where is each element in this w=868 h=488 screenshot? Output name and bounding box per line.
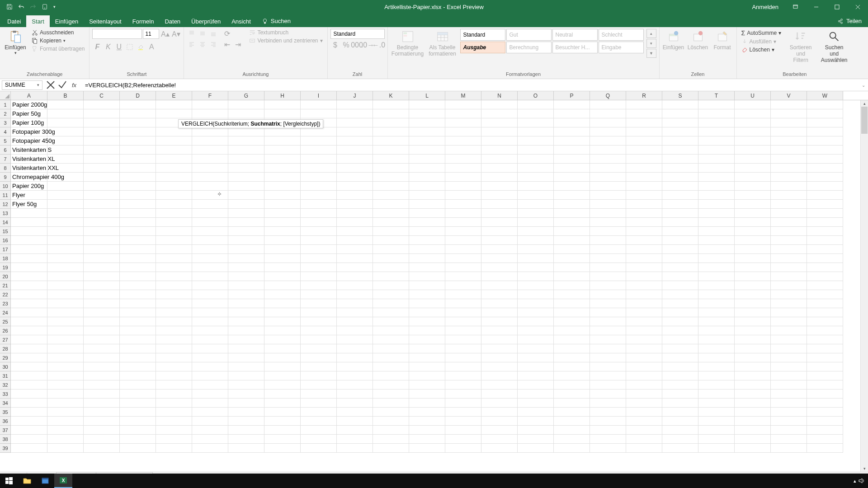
cell-S36[interactable]	[662, 417, 698, 426]
cell-E21[interactable]	[156, 281, 192, 290]
cell-P18[interactable]	[554, 254, 590, 263]
cell-I29[interactable]	[301, 353, 337, 362]
cell-U14[interactable]	[735, 218, 771, 227]
cell-A8[interactable]: Visitenkarten XXL	[11, 164, 47, 173]
cell-Q38[interactable]	[590, 435, 626, 444]
cell-K4[interactable]	[373, 127, 409, 136]
cell-P15[interactable]	[554, 227, 590, 236]
cell-U21[interactable]	[735, 281, 771, 290]
cell-H18[interactable]	[264, 254, 301, 263]
cell-T1[interactable]	[698, 100, 735, 109]
cell-W22[interactable]	[807, 290, 843, 299]
cell-A15[interactable]	[11, 227, 47, 236]
cell-G22[interactable]	[228, 290, 264, 299]
cell-H25[interactable]	[264, 317, 301, 326]
taskbar-excel[interactable]: X	[54, 474, 72, 488]
cell-H1[interactable]	[264, 100, 301, 109]
cell-T23[interactable]	[698, 299, 735, 308]
cell-V18[interactable]	[771, 254, 807, 263]
cell-L7[interactable]	[409, 155, 445, 164]
cell-V37[interactable]	[771, 426, 807, 435]
cell-N22[interactable]	[481, 290, 518, 299]
maximize-button[interactable]	[826, 0, 847, 14]
cell-A2[interactable]: Papier 50g	[11, 109, 47, 118]
cell-B1[interactable]	[47, 100, 84, 109]
style-ausgabe[interactable]: Ausgabe	[460, 42, 505, 53]
cell-E19[interactable]	[156, 263, 192, 272]
cell-L28[interactable]	[409, 344, 445, 353]
row-header-24[interactable]: 24	[0, 308, 11, 317]
cell-B25[interactable]	[47, 317, 84, 326]
row-header-21[interactable]: 21	[0, 281, 11, 290]
cell-J13[interactable]	[337, 209, 373, 218]
cell-E18[interactable]	[156, 254, 192, 263]
fx-button[interactable]: fx	[69, 80, 80, 89]
cell-D6[interactable]	[120, 145, 156, 155]
cell-M22[interactable]	[445, 290, 481, 299]
cell-J21[interactable]	[337, 281, 373, 290]
cell-A36[interactable]	[11, 417, 47, 426]
cell-T14[interactable]	[698, 218, 735, 227]
cell-E17[interactable]	[156, 245, 192, 254]
row-header-15[interactable]: 15	[0, 227, 11, 236]
format-as-table-button[interactable]: Als Tabelle formatieren	[427, 29, 458, 58]
cell-B33[interactable]	[47, 389, 84, 399]
cell-L27[interactable]	[409, 335, 445, 344]
cell-I19[interactable]	[301, 263, 337, 272]
cell-B8[interactable]	[47, 164, 84, 173]
cell-D18[interactable]	[120, 254, 156, 263]
cell-U22[interactable]	[735, 290, 771, 299]
cell-P21[interactable]	[554, 281, 590, 290]
cell-A6[interactable]: Visitenkarten S	[11, 145, 47, 155]
tell-me-search[interactable]: Suchen	[256, 15, 296, 27]
cell-R23[interactable]	[626, 299, 662, 308]
sort-filter-button[interactable]: Sortieren und Filtern	[785, 29, 816, 64]
cell-V33[interactable]	[771, 389, 807, 399]
cell-D31[interactable]	[120, 371, 156, 380]
cell-N12[interactable]	[481, 200, 518, 209]
cell-J23[interactable]	[337, 299, 373, 308]
cell-D26[interactable]	[120, 326, 156, 335]
cell-W17[interactable]	[807, 245, 843, 254]
cell-A3[interactable]: Papier 100g	[11, 118, 47, 127]
cell-M20[interactable]	[445, 272, 481, 281]
cell-J15[interactable]	[337, 227, 373, 236]
cell-B9[interactable]	[47, 173, 84, 182]
cell-M2[interactable]	[445, 109, 481, 118]
cell-K14[interactable]	[373, 218, 409, 227]
cell-Q16[interactable]	[590, 236, 626, 245]
cell-C24[interactable]	[84, 308, 120, 317]
cell-M33[interactable]	[445, 389, 481, 399]
redo-icon[interactable]	[28, 2, 38, 12]
cell-N27[interactable]	[481, 335, 518, 344]
row-header-30[interactable]: 30	[0, 362, 11, 371]
cell-R39[interactable]	[626, 444, 662, 453]
cell-V32[interactable]	[771, 380, 807, 389]
cell-G15[interactable]	[228, 227, 264, 236]
cell-K12[interactable]	[373, 200, 409, 209]
row-header-6[interactable]: 6	[0, 145, 11, 155]
cell-F12[interactable]	[192, 200, 228, 209]
cell-C36[interactable]	[84, 417, 120, 426]
cell-P20[interactable]	[554, 272, 590, 281]
cell-Q22[interactable]	[590, 290, 626, 299]
cell-W21[interactable]	[807, 281, 843, 290]
cell-V23[interactable]	[771, 299, 807, 308]
cell-G13[interactable]	[228, 209, 264, 218]
cell-H4[interactable]	[264, 127, 301, 136]
cell-L18[interactable]	[409, 254, 445, 263]
cell-E29[interactable]	[156, 353, 192, 362]
cell-N39[interactable]	[481, 444, 518, 453]
cell-F36[interactable]	[192, 417, 228, 426]
cell-T35[interactable]	[698, 408, 735, 417]
cell-U25[interactable]	[735, 317, 771, 326]
close-button[interactable]	[847, 0, 868, 14]
cell-C9[interactable]	[84, 173, 120, 182]
cell-U32[interactable]	[735, 380, 771, 389]
cell-D19[interactable]	[120, 263, 156, 272]
cell-I4[interactable]	[301, 127, 337, 136]
cell-T28[interactable]	[698, 344, 735, 353]
row-header-25[interactable]: 25	[0, 317, 11, 326]
cell-R3[interactable]	[626, 118, 662, 127]
vertical-scrollbar[interactable]: ▴ ▾	[860, 100, 868, 472]
